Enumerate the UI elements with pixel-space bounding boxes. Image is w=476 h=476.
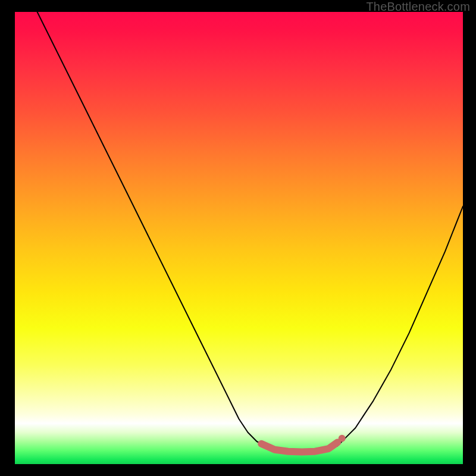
chart-frame: TheBottleneck.com [0,0,476,476]
right-curve [337,206,463,446]
plateau-end-dot [339,435,346,442]
curve-overlay [15,12,463,464]
left-curve [37,12,266,446]
plateau-highlight [261,443,337,452]
plot-area [15,12,463,464]
watermark-text: TheBottleneck.com [366,0,470,14]
